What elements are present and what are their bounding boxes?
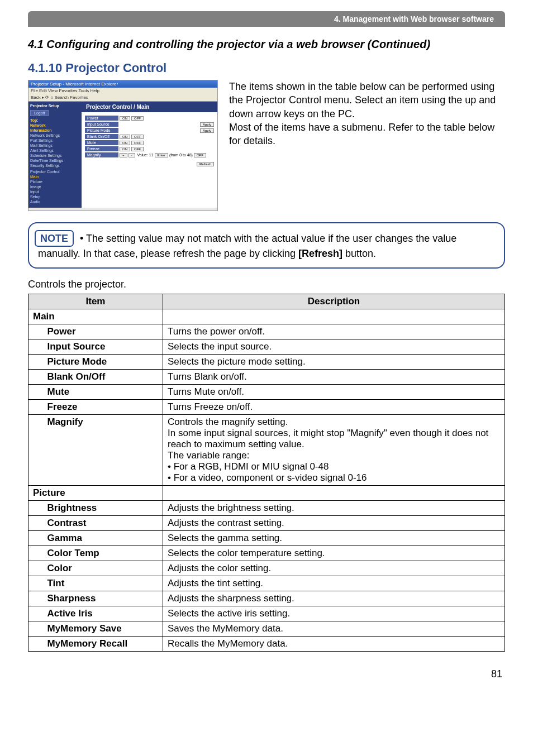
ss-sidebar-pc-item[interactable]: Picture (30, 180, 80, 184)
ss-toolbar: Back ▸ ⟳ ⌂ Search Favorites (28, 94, 217, 102)
table-row-desc: Selects the input source. (163, 339, 505, 354)
table-row-desc: Turns the power on/off. (163, 324, 505, 339)
note-tail: button. (342, 248, 376, 259)
note-refresh: [Refresh] (298, 248, 342, 259)
intro-text-2: Most of the items have a submenu. Refer … (229, 122, 494, 146)
section-title: 4.1 Configuring and controlling the proj… (28, 38, 505, 51)
table-row-desc: Adjusts the contrast setting. (163, 515, 505, 530)
table-row-item: Contrast (43, 515, 163, 530)
table-row-desc: Selects the gamma setting. (163, 530, 505, 546)
table-row-desc: Selects the picture mode setting. (163, 354, 505, 369)
ss-sidebar-item[interactable]: Security Settings (30, 164, 80, 168)
chapter-banner-text: 4. Management with Web browser software (334, 15, 494, 23)
table-row-item: Mute (43, 384, 163, 399)
th-desc: Description (163, 294, 505, 309)
ss-sidebar-pc-item[interactable]: Image (30, 185, 80, 189)
table-row-desc: Adjusts the tint setting. (163, 576, 505, 591)
ss-main-header: Projector Control / Main (82, 102, 217, 112)
table-row-item: Sharpness (43, 591, 163, 606)
table-row-desc: Saves the MyMemory data. (163, 621, 505, 636)
note-body: • The setting value may not match with t… (38, 233, 456, 259)
ss-menubar: File Edit View Favorites Tools Help (28, 88, 217, 94)
ss-sidebar-item[interactable]: Network Settings (30, 133, 80, 137)
table-row-item: Active Iris (43, 606, 163, 621)
ss-sidebar: Projector Setup Logoff Top: Network Info… (28, 102, 82, 208)
ss-sidebar-item[interactable]: Date/Time Settings (30, 159, 80, 162)
ss-sidebar-pc-item[interactable]: Main (30, 175, 80, 179)
ss-sidebar-pc-item[interactable]: Setup (30, 195, 80, 199)
table-row-item: Brightness (43, 500, 163, 515)
ss-refresh-button[interactable]: Refresh (197, 162, 214, 166)
table-row-desc: Turns Blank on/off. (163, 369, 505, 384)
table-row-item: Magnify (43, 414, 163, 485)
table-row-item: Tint (43, 576, 163, 591)
ss-sidebar-info: Information (30, 128, 80, 132)
intro-text-block: The items shown in the table below can b… (229, 80, 505, 211)
table-row-desc: Adjusts the brightness setting. (163, 500, 505, 515)
ss-sidebar-network: Network (30, 123, 80, 127)
table-row-item: Picture Mode (43, 354, 163, 369)
table-row-desc: Turns Mute on/off. (163, 384, 505, 399)
subsection-title: 4.1.10 Projector Control (28, 61, 505, 75)
ss-sidebar-item[interactable]: Schedule Settings (30, 154, 80, 157)
ss-logoff-button[interactable]: Logoff (30, 110, 49, 116)
table-row-desc: Turns Freeze on/off. (163, 399, 505, 414)
ss-sidebar-item[interactable]: Mail Settings (30, 143, 80, 147)
table-row-desc: Adjusts the color setting. (163, 561, 505, 576)
note-box: NOTE • The setting value may not match w… (28, 222, 505, 269)
table-row-item: Color (43, 561, 163, 576)
table-row-item: MyMemory Recall (43, 636, 163, 651)
page-number: 81 (0, 668, 533, 691)
chapter-banner: 4. Management with Web browser software (28, 11, 505, 27)
screenshot-mock: Projector Setup - Microsoft Internet Exp… (28, 80, 218, 211)
note-label: NOTE (35, 230, 74, 247)
table-row-desc: Controls the magnify setting. In some in… (163, 414, 505, 485)
section-main: Main (28, 309, 163, 324)
ss-sidebar-pc-header: Projector Control (30, 170, 80, 174)
ss-sidebar-pc-item[interactable]: Audio (30, 200, 80, 204)
table-row-desc: Adjusts the sharpness setting. (163, 591, 505, 606)
table-row-desc: Selects the color temperature setting. (163, 546, 505, 561)
intro-text-1: The items shown in the table below can b… (229, 81, 496, 119)
controls-subhead: Controls the projector. (28, 279, 505, 290)
table-row-item: Input Source (43, 339, 163, 354)
ss-sidebar-item[interactable]: Alert Settings (30, 149, 80, 152)
ss-main-body: PowerONOFF Input SourceApply Picture Mod… (82, 112, 217, 170)
table-row-desc: Recalls the MyMemory data. (163, 636, 505, 651)
controls-table: Item Description Main PowerTurns the pow… (28, 294, 505, 652)
table-row-item: Blank On/Off (43, 369, 163, 384)
table-row-item: Color Temp (43, 546, 163, 561)
table-row-desc: Selects the active iris setting. (163, 606, 505, 621)
ss-sidebar-pc-item[interactable]: Input (30, 190, 80, 194)
ss-sidebar-top: Top: (30, 118, 80, 122)
table-row-item: Gamma (43, 530, 163, 546)
table-row-item: MyMemory Save (43, 621, 163, 636)
ss-sidebar-item[interactable]: Port Settings (30, 138, 80, 142)
th-item: Item (28, 294, 163, 309)
table-row-item: Freeze (43, 399, 163, 414)
ss-window-title: Projector Setup - Microsoft Internet Exp… (28, 80, 217, 88)
section-picture: Picture (28, 485, 163, 500)
table-row-item: Power (43, 324, 163, 339)
